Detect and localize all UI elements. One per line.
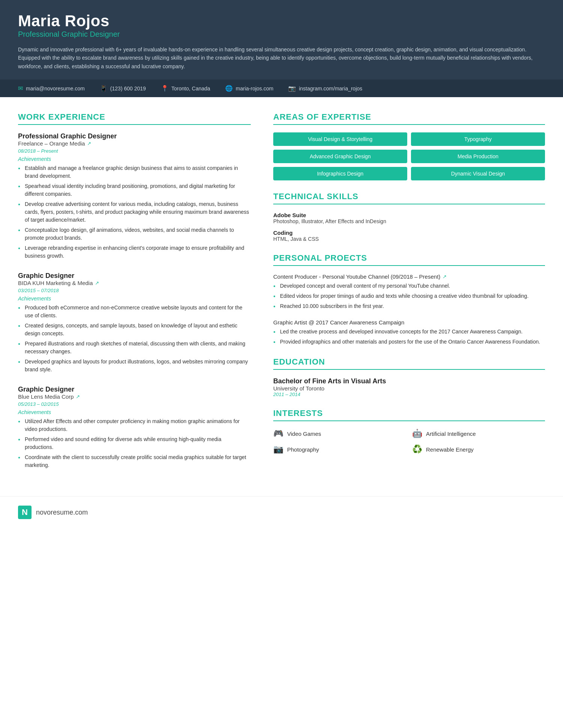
edu-degree: Bachelor of Fine Arts in Visual Arts (273, 377, 545, 385)
skill-name-0: Adobe Suite (273, 212, 545, 218)
bullet-item: Led the creative process and developed i… (273, 328, 545, 336)
job-bullets-1: Establish and manage a freelance graphic… (18, 164, 251, 260)
job-bullets-2: Produced both eCommerce and non-eCommerc… (18, 304, 251, 374)
bullet-item: Created designs, concepts, and sample la… (18, 322, 251, 338)
ext-link-icon-3[interactable]: ↗ (76, 394, 80, 399)
job-date-3: 05/2013 – 02/2015 (18, 401, 251, 407)
bullet-item: Leverage rebranding expertise in enhanci… (18, 244, 251, 260)
right-column: AREAS OF EXPERTISE Visual Design & Story… (273, 112, 545, 481)
interest-icon-1: 🤖 (412, 429, 422, 438)
job-bullets-3: Utilized After Effects and other compute… (18, 417, 251, 469)
interests-section: INTERESTS 🎮 Video Games 🤖 Artificial Int… (273, 408, 545, 454)
footer: N novoresume.com (0, 496, 563, 528)
interest-label-0: Video Games (287, 431, 321, 437)
footer-domain: novoresume.com (36, 509, 88, 516)
instagram-icon: 📷 (288, 85, 296, 92)
achievements-label-3: Achievements (18, 409, 251, 415)
project-entry-1: Graphic Artist @ 2017 Cancer Awareness C… (273, 319, 545, 346)
expertise-title: AREAS OF EXPERTISE (273, 112, 545, 125)
job-company-1: Freelance – Orange Media ↗ (18, 140, 251, 147)
tag-1: Typography (411, 132, 545, 146)
contact-bar: ✉ maria@novoresume.com 📱 (123) 600 2019 … (0, 80, 563, 97)
tag-5: Dynamic Visual Design (411, 167, 545, 180)
contact-location: 📍 Toronto, Canada (161, 85, 211, 92)
interest-3: ♻️ Renewable Energy (412, 444, 545, 454)
bullet-item: Conceptualize logo design, gif animation… (18, 226, 251, 242)
bullet-item: Develop creative advertising content for… (18, 200, 251, 224)
project-title-0: Content Producer - Personal Youtube Chan… (273, 273, 545, 280)
interest-icon-0: 🎮 (273, 429, 283, 438)
job-title-1: Professional Graphic Designer (18, 132, 251, 140)
job-company-3: Blue Lens Media Corp ↗ (18, 393, 251, 400)
technical-skills-title: TECHNICAL SKILLS (273, 192, 545, 204)
project-title-1: Graphic Artist @ 2017 Cancer Awareness C… (273, 319, 545, 326)
interest-label-1: Artificial Intelligence (426, 431, 476, 437)
bullet-item: Establish and manage a freelance graphic… (18, 164, 251, 180)
interest-icon-3: ♻️ (412, 444, 422, 454)
bullet-item: Spearhead visual identity including bran… (18, 182, 251, 198)
ext-link-icon-2[interactable]: ↗ (95, 280, 99, 286)
bullet-item: Developed concept and overall content of… (273, 282, 545, 290)
work-experience-title: WORK EXPERIENCE (18, 112, 251, 125)
job-entry-1: Professional Graphic Designer Freelance … (18, 132, 251, 260)
header-section: Maria Rojos Professional Graphic Designe… (0, 0, 563, 80)
left-column: WORK EXPERIENCE Professional Graphic Des… (18, 112, 251, 481)
ext-link-icon-1[interactable]: ↗ (87, 141, 91, 146)
tag-3: Media Production (411, 150, 545, 163)
interest-2: 📷 Photography (273, 444, 406, 454)
achievements-label-2: Achievements (18, 296, 251, 302)
interest-icon-2: 📷 (273, 444, 283, 454)
bullet-item: Reached 10.000 subscribers in the first … (273, 302, 545, 310)
contact-email: ✉ maria@novoresume.com (18, 85, 85, 92)
website-icon: 🌐 (225, 85, 233, 92)
bullet-item: Edited videos for proper timings of audi… (273, 292, 545, 300)
tag-2: Advanced Graphic Design (273, 150, 407, 163)
contact-website: 🌐 maria-rojos.com (225, 85, 273, 92)
skill-group-0: Adobe Suite Photoshop, Illustrator, Afte… (273, 212, 545, 224)
contact-instagram: 📷 instagram.com/maria_rojos (288, 85, 362, 92)
personal-projects-title: PERSONAL PROECTS (273, 253, 545, 266)
main-content: WORK EXPERIENCE Professional Graphic Des… (0, 97, 563, 496)
interest-label-3: Renewable Energy (426, 446, 474, 453)
technical-skills-section: TECHNICAL SKILLS Adobe Suite Photoshop, … (273, 192, 545, 242)
phone-icon: 📱 (100, 85, 107, 92)
job-title-2: Graphic Designer (18, 272, 251, 280)
job-entry-2: Graphic Designer BIDA KUH Marketing & Me… (18, 272, 251, 374)
skill-group-1: Coding HTML, Java & CSS (273, 230, 545, 242)
edu-school: University of Toronto (273, 385, 545, 392)
interests-title: INTERESTS (273, 408, 545, 421)
education-section: EDUCATION Bachelor of Fine Arts in Visua… (273, 357, 545, 397)
tag-4: Infographics Design (273, 167, 407, 180)
bullet-item: Prepared illustrations and rough sketche… (18, 340, 251, 356)
skill-detail-0: Photoshop, Illustrator, After Effects an… (273, 218, 545, 224)
project-entry-0: Content Producer - Personal Youtube Chan… (273, 273, 545, 310)
job-entry-3: Graphic Designer Blue Lens Media Corp ↗ … (18, 386, 251, 469)
job-title-3: Graphic Designer (18, 386, 251, 393)
location-icon: 📍 (161, 85, 169, 92)
contact-phone: 📱 (123) 600 2019 (100, 85, 146, 92)
footer-logo: N (18, 506, 32, 519)
expertise-tags: Visual Design & Storytelling Typography … (273, 132, 545, 180)
tag-0: Visual Design & Storytelling (273, 132, 407, 146)
achievements-label-1: Achievements (18, 156, 251, 162)
job-date-2: 03/2015 – 07/2018 (18, 288, 251, 293)
bullet-item: Developed graphics and layouts for produ… (18, 358, 251, 374)
job-date-1: 08/2018 – Present (18, 148, 251, 154)
candidate-subtitle: Professional Graphic Designer (18, 30, 545, 39)
project-bullets-0: Developed concept and overall content of… (273, 282, 545, 310)
project-ext-link-0[interactable]: ↗ (443, 274, 447, 279)
edu-date: 2011 – 2014 (273, 392, 545, 397)
interests-grid: 🎮 Video Games 🤖 Artificial Intelligence … (273, 429, 545, 454)
skill-detail-1: HTML, Java & CSS (273, 236, 545, 242)
candidate-name: Maria Rojos (18, 12, 545, 30)
project-bullets-1: Led the creative process and developed i… (273, 328, 545, 346)
bullet-item: Provided infographics and other material… (273, 338, 545, 346)
bullet-item: Coordinate with the client to successful… (18, 453, 251, 469)
interest-label-2: Photography (287, 446, 319, 453)
bullet-item: Utilized After Effects and other compute… (18, 417, 251, 433)
education-title: EDUCATION (273, 357, 545, 370)
bullet-item: Produced both eCommerce and non-eCommerc… (18, 304, 251, 320)
job-company-2: BIDA KUH Marketing & Media ↗ (18, 280, 251, 286)
email-icon: ✉ (18, 85, 23, 92)
interest-0: 🎮 Video Games (273, 429, 406, 438)
